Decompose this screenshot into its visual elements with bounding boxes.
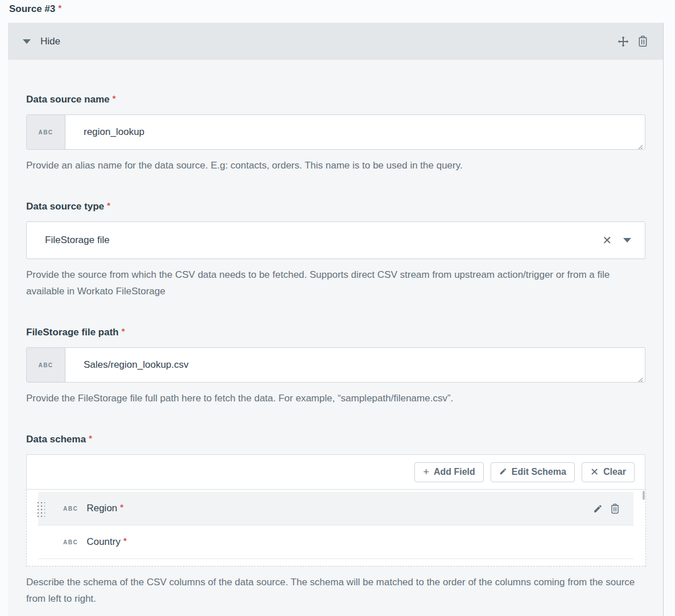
schema-row-region[interactable]: ABC Region*	[38, 492, 633, 525]
edit-schema-label: Edit Schema	[512, 467, 566, 477]
required-asterisk: *	[58, 3, 61, 13]
label-text: FileStorage file path	[26, 327, 118, 338]
resize-handle-icon[interactable]	[637, 375, 643, 380]
required-asterisk: *	[124, 536, 127, 545]
data-schema-label: Data schema*	[26, 434, 645, 445]
source-panel-body: Data source name* ABC region_lookup Prov…	[8, 60, 663, 616]
hide-toggle-label: Hide	[40, 36, 60, 47]
select-controls: ✕	[602, 235, 631, 246]
schema-row-country[interactable]: ABC Country*	[38, 525, 633, 559]
label-text: Data source name	[26, 94, 109, 105]
filestorage-path-input[interactable]: ABC Sales/region_lookup.csv	[26, 347, 645, 383]
label-text: Data schema	[26, 434, 86, 445]
schema-field-name: Country*	[87, 536, 126, 548]
data-source-name-input[interactable]: ABC region_lookup	[26, 114, 645, 150]
data-schema-field: Data schema* + Add Field Edit Schema ✕ C…	[26, 434, 645, 607]
header-actions	[618, 35, 648, 47]
required-asterisk: *	[121, 326, 125, 336]
pencil-icon	[499, 467, 507, 477]
schema-toolbar: + Add Field Edit Schema ✕ Clear	[26, 454, 645, 490]
data-source-name-help: Provide an alias name for the data sourc…	[26, 157, 645, 174]
chevron-down-icon	[23, 39, 31, 44]
data-source-type-value: FileStorage file	[45, 235, 109, 246]
data-source-type-select[interactable]: FileStorage file ✕	[26, 221, 645, 259]
filestorage-path-value: Sales/region_lookup.csv	[65, 348, 645, 382]
data-schema-help: Describe the schema of the CSV columns o…	[26, 574, 645, 607]
add-field-button[interactable]: + Add Field	[414, 462, 483, 482]
text-type-badge: ABC	[63, 506, 78, 512]
plus-icon: +	[423, 467, 429, 477]
schema-field-name-text: Country	[87, 536, 121, 547]
edit-schema-button[interactable]: Edit Schema	[491, 462, 575, 482]
dropdown-caret-icon[interactable]	[623, 238, 631, 243]
hide-toggle[interactable]: Hide	[23, 36, 60, 47]
clear-schema-button[interactable]: ✕ Clear	[582, 462, 635, 482]
drag-handle-icon[interactable]	[36, 500, 45, 517]
required-asterisk: *	[112, 93, 116, 103]
page-title: Source #3*	[0, 0, 675, 15]
page-title-text: Source #3	[9, 3, 55, 14]
schema-field-name-text: Region	[87, 503, 117, 514]
move-icon[interactable]	[618, 36, 629, 47]
data-source-type-help: Provide the source from which the CSV da…	[26, 266, 645, 299]
text-type-badge: ABC	[27, 115, 65, 149]
source-panel: Hide Data source name* ABC region_lookup	[8, 23, 664, 616]
text-type-badge: ABC	[27, 348, 65, 382]
clear-schema-label: Clear	[603, 467, 626, 477]
add-field-label: Add Field	[434, 467, 475, 477]
required-asterisk: *	[120, 502, 124, 512]
edit-field-pencil-icon[interactable]	[593, 504, 603, 514]
label-text: Data source type	[26, 201, 104, 212]
clear-selection-icon[interactable]: ✕	[602, 235, 612, 246]
filestorage-path-label: FileStorage file path*	[26, 327, 645, 338]
data-source-name-value: region_lookup	[65, 115, 645, 149]
delete-source-trash-icon[interactable]	[637, 35, 648, 47]
data-source-type-field: Data source type* FileStorage file ✕ Pro…	[26, 201, 645, 299]
filestorage-path-field: FileStorage file path* ABC Sales/region_…	[26, 327, 645, 406]
schema-field-list: ABC Region* ABC	[26, 490, 646, 566]
scrollbar-thumb[interactable]	[643, 491, 645, 500]
required-asterisk: *	[89, 433, 92, 443]
row-actions	[593, 503, 620, 514]
data-source-name-label: Data source name*	[26, 94, 645, 105]
resize-handle-icon[interactable]	[637, 142, 643, 147]
data-source-type-label: Data source type*	[26, 201, 645, 212]
required-asterisk: *	[107, 200, 110, 210]
data-source-name-field: Data source name* ABC region_lookup Prov…	[26, 94, 645, 174]
text-type-badge: ABC	[63, 539, 78, 545]
schema-field-name: Region*	[87, 503, 124, 514]
delete-field-trash-icon[interactable]	[610, 503, 620, 514]
filestorage-path-help: Provide the FileStorage file full path h…	[26, 390, 645, 406]
x-icon: ✕	[590, 467, 599, 477]
source-panel-header: Hide	[8, 23, 663, 60]
